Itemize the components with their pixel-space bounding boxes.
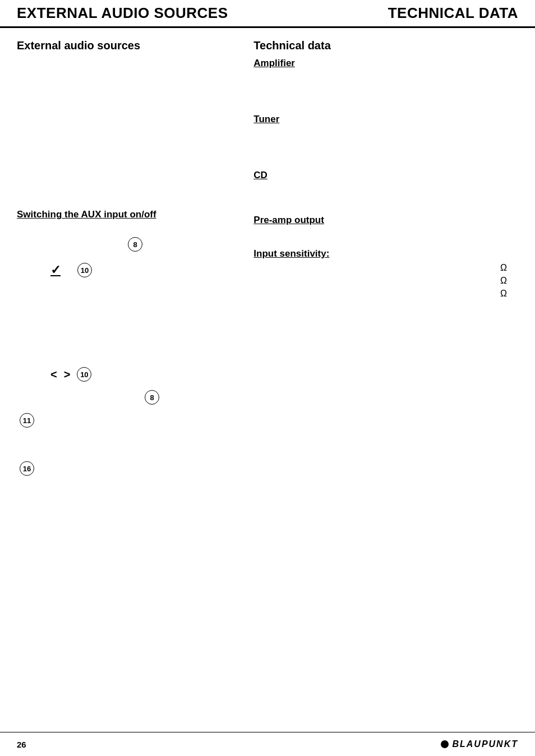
aux-row-circle8: 8 xyxy=(39,237,231,252)
circle-16: 16 xyxy=(20,461,34,476)
amplifier-section: Amplifier xyxy=(253,58,518,69)
circle-11-row: 11 xyxy=(20,413,231,428)
nav-right: > xyxy=(64,368,71,381)
preamp-heading: Pre-amp output xyxy=(253,215,518,226)
circle-16-row: 16 xyxy=(20,461,231,476)
nav-left: < xyxy=(50,368,57,381)
brand-logo: BLAUPUNKT xyxy=(441,739,518,749)
cd-heading: CD xyxy=(253,170,518,181)
omega-row-1: Ω xyxy=(253,263,518,273)
circle-10-nav: 10 xyxy=(77,367,91,382)
preamp-section: Pre-amp output xyxy=(253,215,518,226)
circle-10-row2: 10 xyxy=(77,263,92,277)
aux-section: Switching the AUX input on/off 8 ✓ 10 xyxy=(17,209,231,476)
main-content: External audio sources Switching the AUX… xyxy=(0,28,535,476)
nav-row: < > 10 xyxy=(50,367,231,382)
omega-3: Ω xyxy=(500,289,507,299)
omega-2: Ω xyxy=(500,276,507,286)
left-column: External audio sources Switching the AUX… xyxy=(17,39,242,476)
omega-row-3: Ω xyxy=(253,289,518,299)
tuner-heading: Tuner xyxy=(253,114,518,125)
tuner-section: Tuner xyxy=(253,114,518,125)
left-header-title: EXTERNAL AUDIO SOURCES xyxy=(17,4,228,22)
page-number: 26 xyxy=(17,740,26,749)
page-header: EXTERNAL AUDIO SOURCES TECHNICAL DATA xyxy=(0,0,535,28)
circle-8-top: 8 xyxy=(128,237,142,252)
left-section-title: External audio sources xyxy=(17,39,231,52)
omega-row-2: Ω xyxy=(253,276,518,286)
input-sensitivity-section: Input sensitivity: Ω Ω Ω xyxy=(253,248,518,299)
brand-dot xyxy=(441,740,449,748)
right-column: Technical data Amplifier Tuner CD Pre-am… xyxy=(242,39,518,476)
cd-section: CD xyxy=(253,170,518,181)
circle-8-nav: 8 xyxy=(145,390,159,405)
aux-title: Switching the AUX input on/off xyxy=(17,209,231,220)
brand-name: BLAUPUNKT xyxy=(452,739,518,749)
check-mark: ✓ xyxy=(50,263,61,277)
circle-11: 11 xyxy=(20,413,34,428)
page-footer: 26 BLAUPUNKT xyxy=(0,732,535,756)
amplifier-heading: Amplifier xyxy=(253,58,518,69)
omega-1: Ω xyxy=(500,263,507,273)
nav-row-2: 8 xyxy=(73,390,231,405)
right-header-title: TECHNICAL DATA xyxy=(388,4,518,22)
input-sensitivity-heading: Input sensitivity: xyxy=(253,248,518,259)
aux-row-check: ✓ 10 xyxy=(50,263,231,277)
right-section-title: Technical data xyxy=(253,39,518,52)
